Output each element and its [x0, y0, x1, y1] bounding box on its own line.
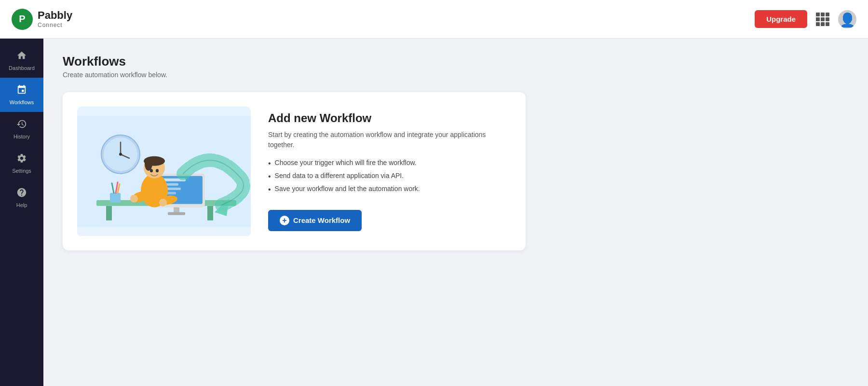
logo-area: P Pabbly Connect — [12, 9, 72, 30]
upgrade-button[interactable]: Upgrade — [755, 10, 807, 28]
feature-text-1: Choose your trigger which will fire the … — [275, 159, 417, 166]
avatar-icon: 👤 — [839, 12, 856, 28]
workflow-card: Add new Workflow Start by creating the a… — [63, 92, 526, 250]
help-icon — [16, 187, 27, 200]
feature-text-3: Save your workflow and let the automatio… — [275, 185, 420, 193]
logo-text: Pabbly Connect — [38, 10, 72, 28]
sidebar-label-dashboard: Dashboard — [9, 65, 35, 71]
plus-icon: + — [280, 216, 289, 225]
page-title: Workflows — [63, 54, 849, 69]
logo-sub: Connect — [38, 22, 72, 28]
card-description: Start by creating the automation workflo… — [268, 130, 490, 150]
history-icon — [16, 119, 27, 131]
illustration-area — [77, 107, 251, 236]
page-subtitle: Create automation workflow below. — [63, 71, 849, 79]
svg-point-23 — [159, 199, 167, 207]
sidebar-label-workflows: Workflows — [10, 99, 34, 105]
avatar[interactable]: 👤 — [838, 10, 856, 28]
feature-list: Choose your trigger which will fire the … — [268, 159, 511, 198]
svg-rect-16 — [168, 212, 185, 215]
sidebar: Dashboard Workflows History Settings Hel… — [0, 39, 43, 386]
sidebar-item-workflows[interactable]: Workflows — [0, 78, 43, 112]
settings-icon — [16, 153, 27, 165]
svg-point-20 — [145, 157, 152, 171]
create-workflow-label: Create Workflow — [293, 216, 350, 224]
workflows-icon — [16, 84, 27, 97]
sidebar-item-dashboard[interactable]: Dashboard — [0, 43, 43, 78]
svg-point-5 — [119, 153, 122, 156]
feature-text-2: Send data to a different application via… — [275, 172, 404, 179]
illustration-svg — [77, 107, 251, 236]
grid-dots — [816, 13, 829, 26]
svg-rect-8 — [207, 206, 213, 221]
svg-point-24 — [130, 195, 138, 203]
logo-name: Pabbly — [38, 10, 72, 21]
svg-point-25 — [150, 169, 153, 172]
feature-item-1: Choose your trigger which will fire the … — [268, 159, 511, 168]
sidebar-label-history: History — [14, 134, 30, 139]
feature-item-2: Send data to a different application via… — [268, 172, 511, 181]
main-content: Workflows Create automation workflow bel… — [43, 39, 868, 386]
sidebar-label-settings: Settings — [12, 168, 31, 174]
top-header: P Pabbly Connect Upgrade 👤 — [0, 0, 868, 39]
home-icon — [16, 50, 27, 63]
sidebar-item-history[interactable]: History — [0, 112, 43, 146]
sidebar-item-settings[interactable]: Settings — [0, 146, 43, 180]
card-content: Add new Workflow Start by creating the a… — [251, 107, 511, 236]
sidebar-item-help[interactable]: Help — [0, 180, 43, 215]
svg-rect-7 — [106, 206, 112, 221]
card-title: Add new Workflow — [268, 111, 511, 125]
svg-rect-27 — [110, 193, 121, 203]
grid-icon[interactable] — [815, 12, 830, 27]
layout: Dashboard Workflows History Settings Hel… — [0, 39, 868, 386]
logo-letter: P — [19, 14, 25, 25]
svg-point-26 — [156, 169, 159, 172]
header-right: Upgrade 👤 — [755, 10, 856, 28]
sidebar-label-help: Help — [16, 202, 27, 208]
logo-circle: P — [12, 9, 33, 30]
feature-item-3: Save your workflow and let the automatio… — [268, 185, 511, 194]
create-workflow-button[interactable]: + Create Workflow — [268, 210, 362, 231]
